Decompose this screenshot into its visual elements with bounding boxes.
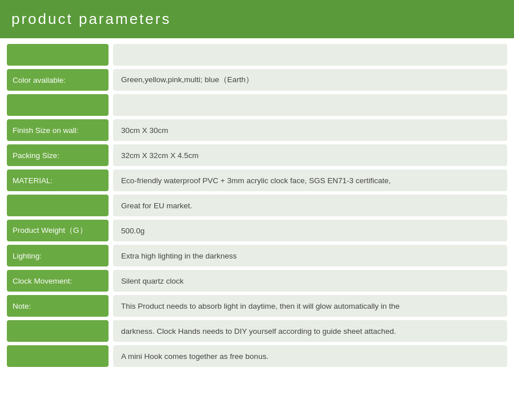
param-value-row-note-1: This Product needs to absorb light in da… [113,295,507,317]
param-value-row-note-2: darkness. Clock Hands needs to DIY yours… [113,320,507,342]
param-value-row-color: Green,yellow,pink,multi; blue（Earth） [113,69,507,91]
param-row-row-empty-2 [7,94,507,116]
param-value-row-lighting: Extra high lighting in the darkness [113,245,507,266]
param-label-row-clock: Clock Movement: [7,270,109,292]
page-title: product parameters [11,10,171,27]
param-label-row-packing-size: Packing Size: [7,144,109,166]
param-label-row-lighting: Lighting: [7,245,109,266]
param-label-row-color: Color available: [7,69,109,91]
param-row-row-empty-1 [7,44,507,66]
param-label-row-material-1: MATERIAL: [7,169,109,191]
param-row-row-note-1: Note:This Product needs to absorb light … [7,295,507,317]
param-label-row-note-2 [7,320,109,342]
param-row-row-note-3: A mini Hook comes together as free bonus… [7,345,507,367]
param-row-row-finish-size: Finish Size on wall:30cm X 30cm [7,119,507,141]
param-value-row-finish-size: 30cm X 30cm [113,119,507,141]
param-label-row-finish-size: Finish Size on wall: [7,119,109,141]
param-value-row-empty-1 [113,44,507,66]
param-value-row-clock: Silent quartz clock [113,270,507,292]
param-row-row-weight: Product Weight（G）500.0g [7,220,507,241]
page-wrapper: product parameters Color available:Green… [0,0,514,376]
param-row-row-note-2: darkness. Clock Hands needs to DIY yours… [7,320,507,342]
param-row-row-clock: Clock Movement:Silent quartz clock [7,270,507,292]
param-value-row-material-1: Eco-friendly waterproof PVC + 3mm acryli… [113,169,507,191]
param-row-row-material-2: Great for EU market. [7,195,507,216]
params-table: Color available:Green,yellow,pink,multi;… [0,38,514,376]
param-label-row-material-2 [7,195,109,216]
param-label-row-note-3 [7,345,109,367]
param-value-row-note-3: A mini Hook comes together as free bonus… [113,345,507,367]
param-row-row-packing-size: Packing Size:32cm X 32cm X 4.5cm [7,144,507,166]
param-value-row-weight: 500.0g [113,220,507,241]
param-label-row-note-1: Note: [7,295,109,317]
param-row-row-material-1: MATERIAL:Eco-friendly waterproof PVC + 3… [7,169,507,191]
param-row-row-color: Color available:Green,yellow,pink,multi;… [7,69,507,91]
param-value-row-packing-size: 32cm X 32cm X 4.5cm [113,144,507,166]
param-value-row-empty-2 [113,94,507,116]
page-header: product parameters [0,0,514,38]
param-label-row-empty-2 [7,94,109,116]
param-value-row-material-2: Great for EU market. [113,195,507,216]
param-label-row-weight: Product Weight（G） [7,220,109,241]
param-row-row-lighting: Lighting:Extra high lighting in the dark… [7,245,507,266]
param-label-row-empty-1 [7,44,109,66]
